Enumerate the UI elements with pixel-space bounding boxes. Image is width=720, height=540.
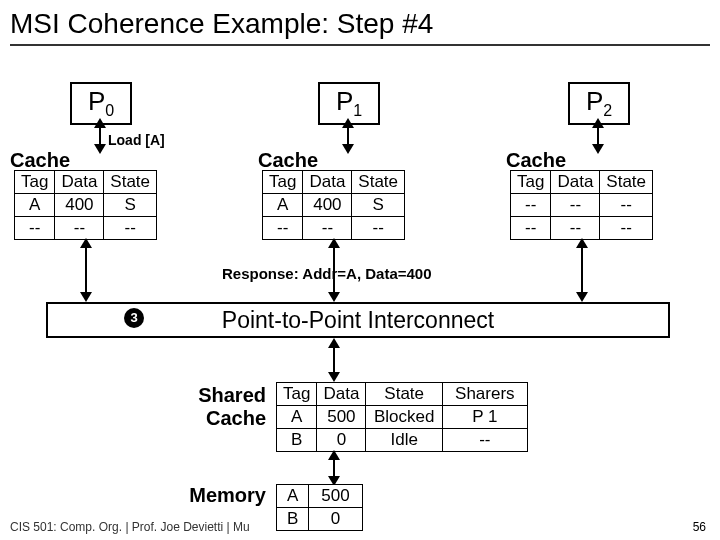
arrow-icon	[328, 372, 340, 382]
shared-cache-table: Tag Data State Sharers A500BlockedP 1 B0…	[276, 382, 528, 452]
connector-line	[597, 126, 599, 146]
col-state: State	[600, 171, 653, 194]
proc-0-sub: 0	[105, 102, 114, 119]
table-row: ------	[15, 217, 157, 240]
connector-line	[333, 458, 335, 478]
arrow-icon	[592, 144, 604, 154]
table-row: ------	[263, 217, 405, 240]
col-state: State	[366, 383, 443, 406]
cache-2-label: Cache	[506, 149, 566, 172]
cache-1-table: TagDataState A400S ------	[262, 170, 405, 240]
arrow-icon	[576, 292, 588, 302]
col-tag: Tag	[277, 383, 317, 406]
title-rule	[10, 44, 710, 46]
proc-2-sub: 2	[603, 102, 612, 119]
proc-0-label: P	[88, 86, 105, 116]
col-tag: Tag	[511, 171, 551, 194]
shared-cache-label: Shared Cache	[170, 384, 266, 430]
col-state: State	[104, 171, 157, 194]
cache-0-label: Cache	[10, 149, 70, 172]
connector-line	[85, 246, 87, 294]
slide-title: MSI Coherence Example: Step #4	[0, 0, 720, 42]
col-state: State	[352, 171, 405, 194]
col-tag: Tag	[15, 171, 55, 194]
arrow-icon	[80, 292, 92, 302]
response-text: Response: Addr=A, Data=400	[222, 265, 432, 282]
connector-line	[333, 346, 335, 374]
table-row: A500	[277, 485, 363, 508]
table-row: B0Idle--	[277, 429, 528, 452]
col-data: Data	[55, 171, 104, 194]
proc-2-label: P	[586, 86, 603, 116]
step-badge: 3	[124, 308, 144, 328]
table-row: A400S	[15, 194, 157, 217]
col-tag: Tag	[263, 171, 303, 194]
connector-line	[581, 246, 583, 294]
cache-1-label: Cache	[258, 149, 318, 172]
table-row: ------	[511, 217, 653, 240]
cache-2-table: TagDataState ------ ------	[510, 170, 653, 240]
proc-1-sub: 1	[353, 102, 362, 119]
connector-line	[99, 126, 101, 146]
load-a-label: Load [A]	[108, 132, 165, 148]
proc-1-label: P	[336, 86, 353, 116]
cache-0-table: TagDataState A400S ------	[14, 170, 157, 240]
memory-label: Memory	[170, 484, 266, 507]
col-sharers: Sharers	[443, 383, 528, 406]
arrow-icon	[328, 292, 340, 302]
col-data: Data	[317, 383, 366, 406]
arrow-icon	[342, 144, 354, 154]
connector-line	[347, 126, 349, 146]
footer-text: CIS 501: Comp. Org. | Prof. Joe Devietti…	[10, 520, 710, 534]
arrow-icon	[94, 144, 106, 154]
diagram-stage: P0 P1 P2 Load [A] Cache Cache Cache TagD…	[0, 52, 720, 540]
col-data: Data	[551, 171, 600, 194]
table-row: A400S	[263, 194, 405, 217]
table-row: A500BlockedP 1	[277, 406, 528, 429]
table-row: ------	[511, 194, 653, 217]
page-number: 56	[693, 520, 706, 534]
col-data: Data	[303, 171, 352, 194]
